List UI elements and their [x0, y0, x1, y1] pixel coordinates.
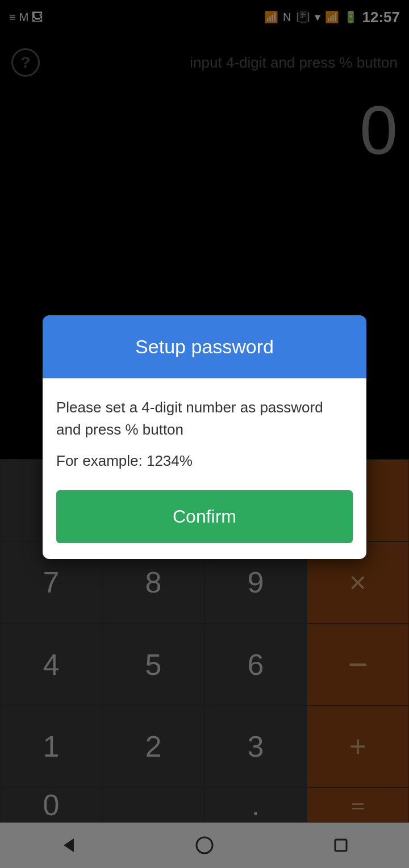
dialog-body: Please set a 4-digit number as password …	[43, 378, 366, 559]
dialog-message-line2: and press % button	[56, 421, 183, 438]
dialog-message-line1: Please set a 4-digit number as password	[56, 399, 323, 416]
dialog-header: Setup password	[43, 315, 366, 378]
setup-password-dialog: Setup password Please set a 4-digit numb…	[43, 315, 366, 559]
confirm-button[interactable]: Confirm	[56, 490, 353, 543]
dialog-message: Please set a 4-digit number as password …	[56, 397, 353, 441]
dialog-title: Setup password	[56, 336, 353, 358]
dialog-example: For example: 1234%	[56, 452, 353, 470]
